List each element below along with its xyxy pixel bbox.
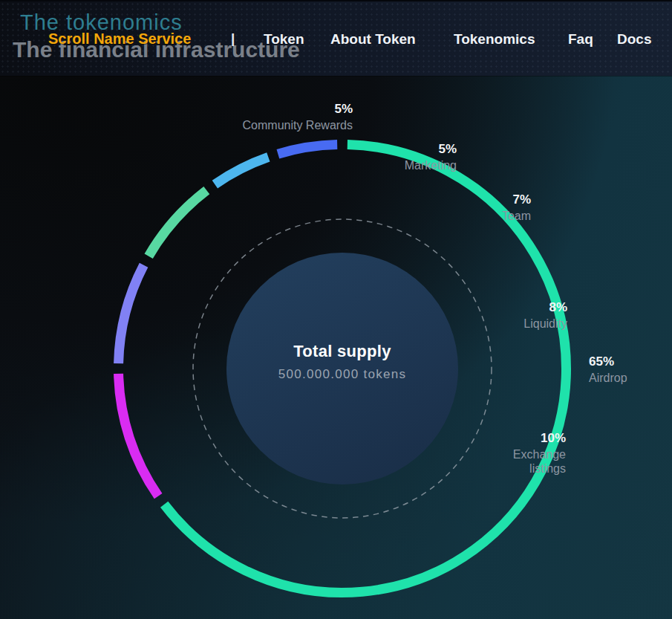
donut-segment-exchange-listings — [119, 374, 159, 496]
segment-name: Airdrop — [589, 371, 627, 385]
segment-percent: 10% — [513, 431, 566, 446]
segment-percent: 5% — [243, 102, 353, 117]
tokenomics-section: 65%Airdrop10%Exchangelistings8%Liquidity… — [0, 0, 672, 619]
nav-item-about-token[interactable]: About Token — [330, 31, 416, 48]
segment-label-liquidity: 8%Liquidity — [523, 300, 567, 331]
total-supply-value: 500.000.000 tokens — [278, 367, 407, 382]
logo[interactable]: Scroll Name Service — [48, 30, 191, 48]
segment-label-marketing: 5%Marketing — [405, 142, 457, 172]
segment-name: Marketing — [405, 158, 457, 172]
nav-item-docs[interactable]: Docs — [617, 31, 651, 48]
segment-label-team: 7%Team — [502, 192, 531, 223]
segment-percent: 7% — [502, 192, 531, 207]
nav-item-token[interactable]: Token — [264, 31, 304, 48]
total-supply-label: Total supply — [278, 343, 407, 360]
nav-item-faq[interactable]: Faq — [568, 31, 593, 48]
segment-label-exchange-listings: 10%Exchangelistings — [513, 431, 566, 476]
donut-segment-team — [149, 190, 206, 256]
segment-name: Team — [502, 209, 531, 223]
donut-segment-marketing — [215, 157, 268, 184]
segment-percent: 65% — [589, 354, 627, 369]
segment-percent: 5% — [405, 142, 457, 157]
segment-name: Liquidity — [523, 317, 567, 331]
donut-segment-liquidity — [119, 265, 144, 363]
segment-label-airdrop: 65%Airdrop — [589, 354, 627, 385]
total-supply: Total supply 500.000.000 tokens — [278, 343, 407, 382]
segment-percent: 8% — [523, 300, 567, 315]
segment-name: Community Rewards — [243, 118, 353, 132]
nav-separator: | — [231, 30, 235, 47]
nav-item-tokenomics[interactable]: Tokenomics — [454, 31, 535, 48]
segment-label-community-rewards: 5%Community Rewards — [243, 102, 353, 132]
donut-svg — [0, 0, 672, 619]
donut-segment-community-rewards — [278, 145, 337, 155]
segment-name: Exchangelistings — [513, 447, 566, 476]
